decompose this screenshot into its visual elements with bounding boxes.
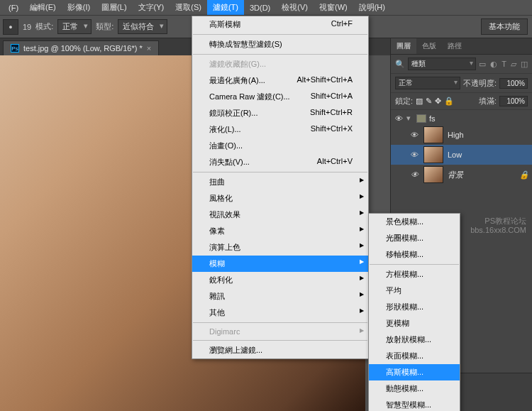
filter-menu-item[interactable]: 雜訊 (192, 288, 368, 305)
filter-menu-item[interactable]: 轉換成智慧型濾鏡(S) (192, 36, 368, 53)
filter-menu-item: 濾鏡收藏館(G)... (192, 56, 368, 72)
menu-3d[interactable]: 3D(D) (244, 1, 276, 14)
layer-group[interactable]: 👁 ▾ fs (391, 111, 532, 125)
layer-thumb (423, 146, 443, 163)
visibility-icon[interactable]: 👁 (409, 131, 419, 139)
layer-list: 👁 ▾ fs 👁 High 👁 Low 👁 背景 🔒 (391, 110, 532, 185)
filter-menu-item[interactable]: Camera Raw 濾鏡(C)...Shift+Ctrl+A (192, 89, 368, 105)
menu-filter[interactable]: 濾鏡(T) (207, 0, 244, 15)
menubar: (F) 編輯(E) 影像(I) 圖層(L) 文字(Y) 選取(S) 濾鏡(T) … (0, 0, 532, 16)
lock-label: 鎖定: (395, 96, 413, 106)
filter-menu-item[interactable]: 像素 (192, 223, 368, 239)
lock-paint-icon[interactable]: ✎ (426, 97, 432, 106)
ps-icon: Ps (11, 44, 19, 53)
lock-transparent-icon[interactable]: ▨ (416, 97, 423, 106)
blur-submenu-item[interactable]: 放射狀模糊... (369, 331, 460, 348)
layer-low[interactable]: 👁 Low (391, 145, 532, 165)
fill-field[interactable]: 100% (499, 96, 528, 106)
menu-help[interactable]: 說明(H) (353, 0, 391, 15)
mode-select[interactable]: 正常 (57, 19, 92, 34)
folder-icon (416, 114, 426, 123)
lock-icon: 🔒 (519, 170, 529, 180)
filter-adjust-icon[interactable]: ◐ (490, 60, 497, 69)
close-icon[interactable]: × (147, 44, 151, 53)
filter-menu-item[interactable]: 其他 (192, 305, 368, 321)
blur-submenu-item[interactable]: 平均 (369, 283, 460, 299)
menu-image[interactable]: 影像(I) (62, 0, 96, 15)
filter-image-icon[interactable]: ▭ (479, 60, 486, 69)
menu-layer[interactable]: 圖層(L) (96, 0, 132, 15)
filter-smart-icon[interactable]: ◫ (521, 60, 528, 69)
blur-submenu-item[interactable]: 動態模糊... (369, 380, 460, 397)
lock-all-icon[interactable]: 🔒 (444, 97, 454, 106)
tab-paths[interactable]: 路徑 (442, 38, 467, 54)
group-name: fs (429, 114, 436, 123)
brush-size-value[interactable]: 19 (23, 23, 31, 31)
blur-submenu-item[interactable]: 形狀模糊... (369, 299, 460, 315)
layer-name: High (448, 131, 464, 139)
filter-menu-item[interactable]: 消失點(V)...Alt+Ctrl+V (192, 154, 368, 170)
blur-submenu-item[interactable]: 方框模糊... (369, 266, 460, 283)
menu-edit[interactable]: 編輯(E) (24, 0, 62, 15)
type-select[interactable]: 近似符合 (118, 19, 167, 34)
layer-name: Low (448, 150, 462, 159)
menu-view[interactable]: 檢視(V) (276, 0, 314, 15)
tab-layers[interactable]: 圖層 (391, 38, 416, 54)
visibility-icon[interactable]: 👁 (409, 170, 419, 179)
layer-name: 背景 (448, 170, 463, 180)
blur-submenu-item[interactable]: 智慧型模糊... (369, 397, 460, 411)
menu-file[interactable]: (F) (3, 1, 24, 14)
tab-channels[interactable]: 色版 (416, 38, 442, 54)
visibility-icon[interactable]: 👁 (409, 150, 419, 159)
filter-menu-item[interactable]: 演算上色 (192, 239, 368, 256)
blur-submenu-item[interactable]: 更模糊 (369, 315, 460, 331)
blur-submenu-item[interactable]: 景色模糊... (369, 214, 460, 230)
menu-select[interactable]: 選取(S) (170, 0, 207, 15)
fold-icon[interactable]: ▾ (406, 114, 414, 123)
filter-menu-item[interactable]: 最適化廣角(A)...Alt+Shift+Ctrl+A (192, 72, 368, 89)
brush-preset[interactable]: ● (3, 19, 18, 35)
menu-type[interactable]: 文字(Y) (133, 0, 170, 15)
search-icon[interactable]: 🔍 (395, 60, 405, 69)
filter-menu-item[interactable]: 風格化 (192, 190, 368, 207)
layer-kind-select[interactable]: 種類 (408, 57, 476, 70)
filter-menu: 高斯模糊Ctrl+F轉換成智慧型濾鏡(S)濾鏡收藏館(G)...最適化廣角(A)… (192, 16, 369, 359)
filter-menu-item[interactable]: 視訊效果 (192, 207, 368, 223)
blur-submenu-item[interactable]: 移軸模糊... (369, 246, 460, 263)
blur-submenu-item[interactable]: 高斯模糊... (369, 364, 460, 380)
filter-menu-item: Digimarc (192, 324, 368, 339)
visibility-icon[interactable]: 👁 (394, 114, 404, 123)
type-label: 類型: (96, 21, 113, 32)
opacity-label: 不透明度: (463, 78, 497, 89)
panel-tabs: 圖層 色版 路徑 (391, 38, 532, 55)
filter-shape-icon[interactable]: ▱ (511, 60, 516, 69)
filter-menu-item[interactable]: 高斯模糊Ctrl+F (192, 16, 368, 33)
mode-label: 模式: (35, 21, 53, 32)
filter-menu-item[interactable]: 油畫(O)... (192, 138, 368, 154)
filter-menu-item[interactable]: 銳利化 (192, 272, 368, 288)
watermark: PS教程论坛 bbs.16xx8.COM (470, 217, 526, 235)
document-title: test.jpg @ 100% (Low, RGB/16*) * (23, 44, 143, 53)
blur-submenu: 景色模糊...光圈模糊...移軸模糊...方框模糊...平均形狀模糊...更模糊… (368, 213, 460, 411)
filter-menu-item[interactable]: 模糊 (192, 256, 368, 272)
layer-background[interactable]: 👁 背景 🔒 (391, 165, 532, 185)
menu-window[interactable]: 視窗(W) (314, 0, 353, 15)
opacity-field[interactable]: 100% (499, 78, 528, 89)
blur-submenu-item[interactable]: 表面模糊... (369, 348, 460, 364)
workspace-button[interactable]: 基本功能 (481, 18, 528, 35)
blend-mode-select[interactable]: 正常 (395, 77, 460, 89)
layer-thumb (423, 126, 443, 143)
filter-menu-item[interactable]: 鏡頭校正(R)...Shift+Ctrl+R (192, 105, 368, 121)
document-tab[interactable]: Ps test.jpg @ 100% (Low, RGB/16*) * × (3, 40, 159, 55)
filter-menu-item[interactable]: 扭曲 (192, 174, 368, 190)
filter-menu-item[interactable]: 液化(L)...Shift+Ctrl+X (192, 121, 368, 138)
blur-submenu-item[interactable]: 光圈模糊... (369, 230, 460, 246)
layer-high[interactable]: 👁 High (391, 125, 532, 145)
layer-thumb (423, 166, 443, 183)
filter-menu-item[interactable]: 瀏覽網上濾鏡... (192, 342, 368, 358)
lock-move-icon[interactable]: ✥ (435, 97, 441, 106)
fill-label: 填滿: (479, 96, 497, 106)
filter-text-icon[interactable]: T (501, 60, 506, 69)
